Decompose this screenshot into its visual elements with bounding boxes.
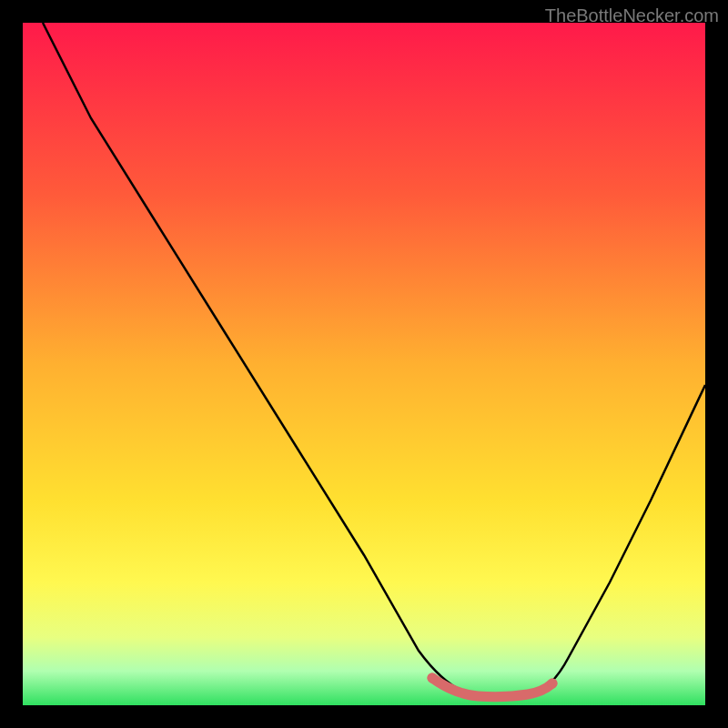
bottleneck-curve	[43, 23, 705, 697]
chart-curves	[23, 23, 705, 705]
watermark-text: TheBottleNecker.com	[545, 5, 719, 26]
highlight-segment	[432, 678, 552, 697]
highlight-start-dot	[428, 673, 438, 683]
plot-area	[23, 23, 705, 705]
highlight-end-dot	[548, 679, 558, 689]
